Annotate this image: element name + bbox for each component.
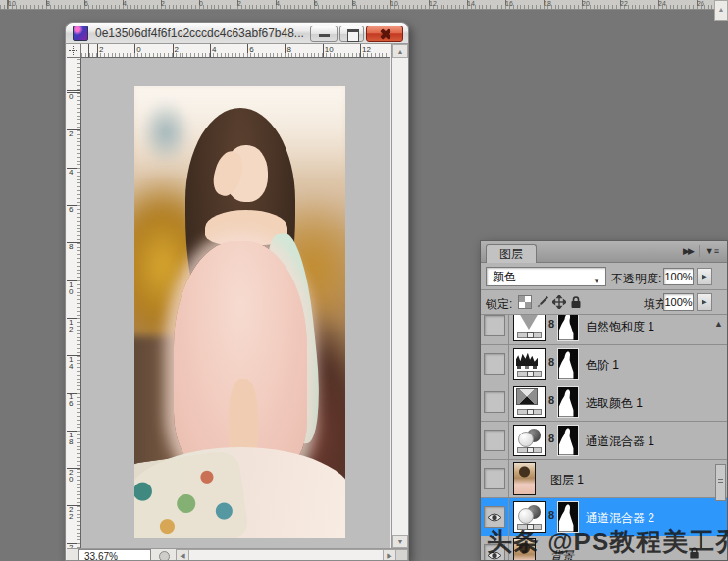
document-titlebar[interactable]: 0e13506df4f6f1c2cccdc4c63abf67b48... (65, 22, 409, 44)
lock-paint-icon[interactable] (536, 295, 549, 309)
horizontal-scrollbar[interactable] (176, 549, 408, 560)
blend-options-row: 颜色 不透明度: 100% (481, 263, 727, 290)
scroll-right-icon[interactable] (383, 550, 395, 560)
background-scroll-up-button[interactable] (714, 0, 728, 21)
levels-sliders-icon (516, 366, 538, 369)
link-icon (548, 318, 554, 330)
lock-transparency-icon[interactable] (518, 295, 532, 309)
layer-mask-thumbnail[interactable] (557, 348, 579, 380)
levels-icon (516, 351, 538, 366)
vertical-scrollbar[interactable] (391, 44, 408, 548)
layer-thumbnail[interactable] (513, 462, 536, 495)
layer-mask-thumbnail[interactable] (557, 386, 579, 418)
link-icon (548, 433, 554, 444)
layer-name[interactable]: 选取颜色 1 (586, 395, 643, 412)
blend-mode-value: 颜色 (493, 270, 516, 283)
document-body: 2024681012 024681012141618202224 (65, 44, 409, 561)
visibility-toggle[interactable] (484, 430, 505, 451)
link-icon (548, 356, 554, 368)
adjustment-thumbnail[interactable] (513, 386, 546, 418)
layer-name[interactable]: 图层 1 (550, 472, 584, 488)
opacity-field[interactable]: 100% (663, 268, 694, 285)
lock-position-icon[interactable] (552, 295, 566, 309)
fill-slider-button[interactable] (697, 293, 712, 311)
canvas-area[interactable] (81, 58, 390, 548)
photo-image (134, 86, 345, 538)
resize-grip[interactable] (395, 550, 407, 560)
layers-panel: 图层 颜色 不透明度: 100% 锁定: 填充: 1 (480, 240, 728, 561)
adjustment-thumbnail[interactable] (513, 315, 546, 341)
blend-mode-select[interactable]: 颜色 (486, 267, 606, 286)
visibility-toggle[interactable] (484, 468, 505, 489)
tab-layers[interactable]: 图层 (486, 244, 537, 263)
photo-floral-fabric (134, 449, 250, 538)
visibility-toggle[interactable] (484, 353, 505, 375)
layer-name[interactable]: 自然饱和度 1 (586, 319, 654, 335)
status-bar: 33.67% (67, 548, 408, 560)
document-title: 0e13506df4f6f1c2cccdc4c63abf67b48... (95, 26, 304, 40)
lock-all-icon[interactable] (569, 295, 583, 309)
layer-row-vibrance-1[interactable]: 自然饱和度 1 (481, 315, 727, 345)
scroll-up-icon[interactable] (392, 44, 408, 58)
visibility-toggle[interactable] (484, 315, 505, 336)
document-file-icon (73, 26, 88, 41)
layer-mask-thumbnail[interactable] (557, 315, 579, 341)
layer-row-selective-color-1[interactable]: 选取颜色 1 (481, 383, 727, 422)
adjustment-thumbnail[interactable] (513, 425, 546, 456)
chevron-down-icon (593, 273, 600, 290)
thumb-slider (517, 447, 542, 453)
list-scrollbar-thumb[interactable] (715, 464, 726, 501)
lock-label: 锁定: (486, 296, 512, 313)
scroll-down-icon[interactable] (392, 535, 408, 548)
layer-list: 自然饱和度 1 色阶 1 (481, 315, 727, 560)
layer-row-channel-mixer-1[interactable]: 通道混合器 1 (481, 422, 727, 460)
channel-mixer-icon (517, 504, 542, 523)
background-app-ruler: 10864202468101214161820222426 (0, 0, 728, 10)
thumb-slider (517, 409, 542, 415)
opacity-slider-button[interactable] (697, 268, 712, 285)
fill-field[interactable]: 100% (663, 293, 694, 311)
zoom-percentage-field[interactable]: 33.67% (78, 549, 151, 560)
list-scroll-up-icon[interactable] (714, 319, 723, 329)
header-divider (699, 245, 700, 257)
eye-icon (487, 512, 502, 523)
minimize-button[interactable] (310, 26, 338, 42)
layers-panel-header: 图层 (481, 241, 727, 263)
watermark-text: 头条 @PS教程美工乔治 (487, 525, 728, 559)
thumb-slider (517, 371, 542, 377)
selective-color-icon (516, 388, 538, 405)
layer-mask-thumbnail[interactable] (557, 425, 579, 456)
status-info-icon[interactable] (159, 551, 170, 560)
document-window: 0e13506df4f6f1c2cccdc4c63abf67b48... 202… (65, 22, 409, 561)
maximize-button[interactable] (339, 26, 364, 42)
collapse-panel-icon[interactable] (683, 246, 693, 256)
channel-mixer-icon (517, 428, 542, 446)
layer-name[interactable]: 色阶 1 (586, 357, 619, 374)
layer-row-layer-1[interactable]: 图层 1 (481, 460, 727, 498)
visibility-toggle[interactable] (484, 391, 505, 413)
layer-row-levels-1[interactable]: 色阶 1 (481, 345, 727, 383)
ruler-origin-box[interactable] (67, 44, 81, 58)
vertical-ruler: 024681012141618202224 (67, 58, 81, 548)
link-icon (548, 509, 554, 521)
thumb-slider (517, 332, 542, 338)
layer-name[interactable]: 通道混合器 1 (586, 434, 654, 450)
adjustment-thumbnail[interactable] (513, 348, 546, 380)
horizontal-ruler: 2024681012 (81, 44, 390, 58)
photo-building-bokeh (140, 100, 191, 165)
close-button[interactable] (366, 26, 403, 42)
lock-options-row: 锁定: 填充: 100% (481, 290, 727, 315)
link-icon (548, 394, 554, 406)
opacity-label: 不透明度: (611, 271, 661, 287)
vibrance-icon (519, 315, 539, 330)
panel-menu-icon[interactable] (705, 246, 719, 256)
scroll-left-icon[interactable] (177, 550, 189, 560)
